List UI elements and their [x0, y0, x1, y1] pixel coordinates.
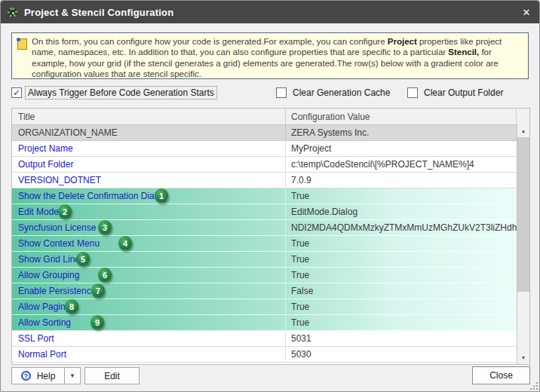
- row-title: ORGANIZATION_NAME: [12, 125, 286, 140]
- checkbox-clear-generation-cache[interactable]: Clear Generation Cache: [276, 86, 392, 100]
- checkbox-label[interactable]: Clear Output Folder: [422, 87, 505, 99]
- row-title: Edit Mode: [12, 204, 286, 219]
- row-value: True: [286, 252, 517, 267]
- close-button-label: Close: [489, 370, 513, 381]
- checkbox-label[interactable]: Always Trigger Before Code Generation St…: [26, 87, 216, 99]
- help-icon: ?: [21, 371, 31, 381]
- configuration-table: Title Configuration Value ORGANIZATION_N…: [11, 108, 530, 365]
- note-text: On this form, you can configure how your…: [32, 36, 523, 80]
- table-row[interactable]: ORGANIZATION_NAMEZERA Systems Inc.: [12, 125, 529, 141]
- annotation-badge-4: 4: [118, 236, 132, 250]
- info-note-panel: On this form, you can configure how your…: [11, 32, 529, 79]
- edit-button[interactable]: Edit: [84, 367, 140, 384]
- table-row[interactable]: Allow PagingTrue8: [12, 299, 529, 315]
- note-bold-stencil: Stencil,: [448, 47, 479, 57]
- annotation-badge-7: 7: [91, 283, 105, 298]
- table-row[interactable]: Show Context MenuTrue4: [12, 236, 529, 252]
- row-title: Project Name: [12, 141, 286, 156]
- annotation-badge-8: 8: [65, 299, 78, 314]
- note-segment: On this form, you can configure how your…: [32, 37, 388, 46]
- row-title: Show Context Menu: [12, 236, 286, 251]
- row-value: MyProject: [286, 141, 517, 156]
- table-row[interactable]: Syncfusion LicenseNDI2MDA4QDMxMzkyZTMxMm…: [12, 220, 529, 236]
- close-button[interactable]: Close: [472, 366, 530, 384]
- row-title: Enable Persistence: [12, 283, 286, 299]
- annotation-badge-3: 3: [98, 220, 112, 234]
- row-value: c:\temp\CodeStencil\[%PROJECT_NAME%]4: [286, 157, 517, 172]
- annotation-badge-2: 2: [58, 204, 72, 219]
- resize-grip[interactable]: [529, 381, 538, 390]
- row-title: Normal Port: [12, 347, 286, 362]
- table-row[interactable]: Show Grid LinesTrue5: [12, 252, 529, 268]
- table-body: ORGANIZATION_NAMEZERA Systems Inc.Projec…: [12, 125, 529, 363]
- column-header-configuration-value[interactable]: Configuration Value: [286, 109, 517, 124]
- checkbox-box[interactable]: [407, 87, 418, 98]
- table-row[interactable]: VERSION_DOTNET7.0.9: [12, 173, 529, 188]
- row-value: True: [286, 315, 517, 330]
- annotation-badge-1: 1: [155, 188, 168, 203]
- row-value: EditMode.Dialog: [286, 204, 517, 219]
- table-row[interactable]: Normal Port5030: [12, 347, 529, 363]
- checkbox-always-trigger[interactable]: ✓ Always Trigger Before Code Generation …: [11, 86, 216, 100]
- table-row[interactable]: Allow GroupingTrue6: [12, 268, 529, 283]
- row-title: Allow Paging: [12, 299, 286, 314]
- row-value: 7.0.9: [286, 173, 517, 188]
- vertical-scrollbar[interactable]: ▲ ▼: [517, 124, 529, 364]
- help-button-label: Help: [37, 371, 56, 381]
- table-row[interactable]: SSL Port5031: [12, 331, 529, 347]
- row-value: True: [286, 188, 517, 204]
- edit-button-label: Edit: [104, 371, 120, 381]
- row-value: NDI2MDA4QDMxMzkyZTMxMmUzMGhZUkV2T3liZHdh…: [286, 220, 517, 235]
- dialog-window: Project & Stencil Configuration ✕ On thi…: [0, 0, 540, 392]
- table-row[interactable]: Edit ModeEditMode.Dialog2: [12, 204, 529, 220]
- checkbox-box[interactable]: [276, 87, 287, 98]
- scrollbar-thumb[interactable]: [517, 137, 529, 292]
- row-title: SSL Port: [12, 331, 286, 346]
- annotation-badge-5: 5: [76, 252, 90, 266]
- row-title: Show the Delete Confirmation Dialog: [12, 188, 286, 204]
- row-value: False: [286, 283, 517, 299]
- row-value: True: [286, 268, 517, 283]
- row-title: Output Folder: [12, 157, 286, 172]
- table-row[interactable]: Enable PersistenceFalse7: [12, 283, 529, 299]
- row-title: Show Grid Lines: [12, 252, 286, 267]
- column-header-title[interactable]: Title: [12, 109, 286, 124]
- annotation-badge-6: 6: [98, 268, 112, 282]
- row-title: Allow Sorting: [12, 315, 286, 330]
- table-row[interactable]: Output Folderc:\temp\CodeStencil\[%PROJE…: [12, 157, 529, 173]
- help-dropdown-button[interactable]: ▼: [64, 367, 81, 384]
- close-icon[interactable]: ✕: [514, 1, 539, 23]
- row-title: Syncfusion License: [12, 220, 286, 235]
- scroll-up-icon[interactable]: ▲: [517, 124, 529, 136]
- row-title: VERSION_DOTNET: [12, 173, 286, 188]
- table-row[interactable]: Show the Delete Confirmation DialogTrue1: [12, 188, 529, 204]
- table-header: Title Configuration Value: [12, 109, 529, 125]
- gear-icon: [8, 8, 17, 17]
- row-value: 5031: [286, 331, 517, 346]
- note-icon: [17, 38, 27, 50]
- annotation-badge-9: 9: [91, 315, 104, 329]
- checkbox-clear-output-folder[interactable]: Clear Output Folder: [407, 86, 505, 100]
- titlebar[interactable]: Project & Stencil Configuration ✕: [1, 1, 539, 23]
- row-title: Allow Grouping: [12, 268, 286, 283]
- partial-row: [12, 363, 529, 365]
- checkbox-label[interactable]: Clear Generation Cache: [290, 87, 392, 99]
- row-value: 5030: [286, 347, 517, 362]
- row-value: ZERA Systems Inc.: [286, 125, 517, 140]
- checkbox-box[interactable]: ✓: [11, 87, 22, 98]
- help-button[interactable]: ? Help: [11, 367, 65, 384]
- scroll-down-icon[interactable]: ▼: [517, 351, 529, 363]
- table-row[interactable]: Project NameMyProject: [12, 141, 529, 157]
- window-title: Project & Stencil Configuration: [24, 7, 173, 18]
- row-value: True: [286, 236, 517, 251]
- row-value: True: [286, 299, 517, 314]
- chevron-down-icon: ▼: [69, 372, 75, 379]
- table-row[interactable]: Allow SortingTrue9: [12, 315, 529, 331]
- note-bold-project: Project: [388, 37, 417, 46]
